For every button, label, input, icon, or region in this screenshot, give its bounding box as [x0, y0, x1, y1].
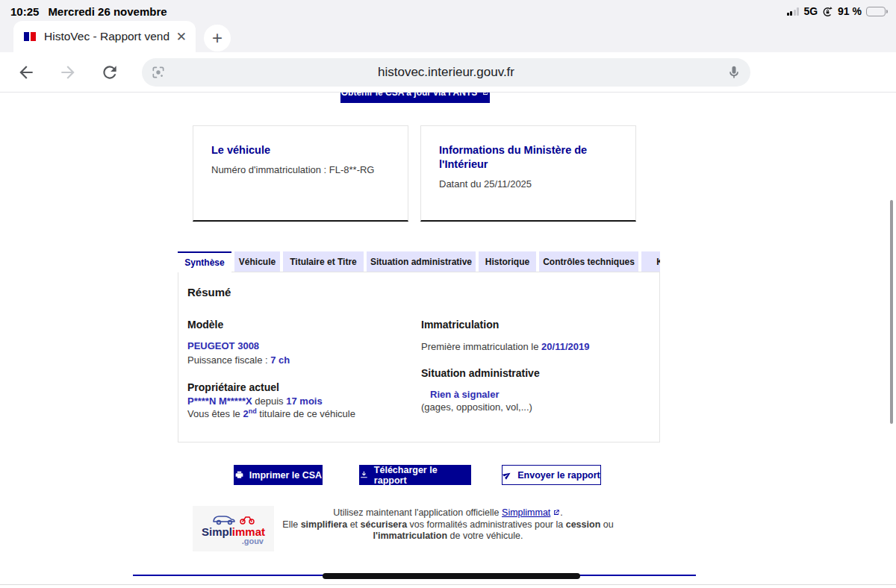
owner-duration: 17 mois	[286, 395, 322, 407]
battery-percent: 91 %	[838, 5, 862, 17]
first-registration-date: 20/11/2019	[541, 341, 589, 352]
forward-icon[interactable]	[58, 63, 78, 82]
promo-line-3: l'immatriculation de votre véhicule.	[269, 531, 627, 542]
tab-controles-techniques[interactable]: Contrôles techniques	[539, 251, 638, 272]
network-type: 5G	[803, 5, 818, 17]
tab-strip: HistoVec - Rapport vend ✕ +	[0, 21, 896, 52]
motorbike-icon	[239, 514, 255, 525]
promo-line-2: Elle simplifiera et sécurisera vos forma…	[269, 519, 627, 531]
first-registration-line: Première immatriculation le 20/11/2019	[421, 341, 589, 352]
tab-title: HistoVec - Rapport vend	[44, 30, 172, 43]
date: Mercredi 26 novembre	[48, 5, 167, 18]
ministry-card: Informations du Ministère de l'Intérieur…	[420, 125, 636, 222]
external-link-icon	[482, 93, 489, 96]
page-bottom-hairline	[0, 584, 896, 585]
ministry-card-title: Informations du Ministère de l'Intérieur	[439, 143, 617, 172]
new-tab-button[interactable]: +	[204, 25, 231, 51]
tab-kilometrage[interactable]: Kilométrage	[641, 251, 660, 272]
send-report-button[interactable]: Envoyer le rapport	[502, 465, 601, 485]
get-csa-button[interactable]: Obtenir le CSA à jour via l'ANTS	[340, 93, 490, 103]
page-scrollbar[interactable]	[890, 200, 893, 424]
home-indicator[interactable]	[323, 573, 580, 579]
promo-line-1: Utilisez maintenant l'application offici…	[269, 507, 627, 519]
signal-strength-icon	[787, 7, 800, 16]
web-page-content: Obtenir le CSA à jour via l'ANTS Le véhi…	[0, 93, 896, 588]
situation-note: (gages, opposition, vol,...)	[421, 401, 532, 413]
browser-toolbar: histovec.interieur.gouv.fr 1 •••	[0, 52, 896, 93]
simplimmat-link[interactable]: Simplimmat	[502, 507, 550, 518]
simplimmat-promo-text: Utilisez maintenant l'application offici…	[269, 507, 627, 542]
download-report-button[interactable]: Télécharger le rapport	[359, 465, 471, 485]
tab-vehicule[interactable]: Véhicule	[234, 251, 280, 272]
url-text[interactable]: histovec.interieur.gouv.fr	[166, 65, 727, 80]
vehicle-card-title: Le véhicule	[211, 143, 390, 157]
tab-close-icon[interactable]: ✕	[176, 31, 187, 43]
simplimmat-logo: Simplimmat .gouv	[193, 506, 274, 551]
tab-synthese[interactable]: Synthèse	[178, 251, 231, 272]
vehicle-card-body: Numéro d'immatriculation : FL-8**-RG	[211, 164, 390, 175]
synthese-panel: Résumé Modèle PEUGEOT 3008 Puissance fis…	[178, 272, 660, 442]
owner-name: P****N M*****X	[187, 395, 252, 407]
battery-icon	[866, 7, 886, 16]
clock: 10:25	[10, 5, 39, 18]
browser-chrome-background: 10:25 Mercredi 26 novembre 5G 91 % Histo…	[0, 0, 896, 52]
fiscal-power-line: Puissance fiscale : 7 ch	[187, 354, 290, 366]
rotation-lock-icon	[822, 6, 833, 17]
external-link-icon	[553, 509, 560, 516]
model-heading: Modèle	[187, 319, 223, 331]
situation-heading: Situation administrative	[421, 367, 540, 379]
fiscal-power-value: 7 ch	[270, 354, 290, 366]
browser-tab[interactable]: HistoVec - Rapport vend ✕	[13, 21, 196, 52]
report-tabs: Synthèse Véhicule Titulaire et Titre Sit…	[178, 251, 660, 272]
printer-icon	[234, 470, 244, 480]
site-favicon-icon	[24, 32, 37, 41]
registration-heading: Immatriculation	[421, 319, 499, 331]
back-icon[interactable]	[16, 63, 36, 82]
vehicle-card: Le véhicule Numéro d'immatriculation : F…	[193, 125, 408, 222]
ministry-card-body: Datant du 25/11/2025	[439, 178, 617, 190]
download-icon	[359, 470, 369, 480]
print-csa-button[interactable]: Imprimer le CSA	[234, 465, 323, 485]
status-bar: 10:25 Mercredi 26 novembre 5G 91 %	[0, 0, 896, 21]
microphone-icon[interactable]	[727, 65, 741, 80]
lens-camera-icon[interactable]	[151, 65, 166, 80]
situation-status: Rien à signaler	[430, 389, 499, 400]
send-plane-icon	[501, 468, 514, 481]
car-icon	[211, 513, 237, 525]
owner-line: P****N M*****X depuis 17 mois	[187, 395, 323, 407]
holder-rank-line: Vous êtes le 2nd titulaire de ce véhicul…	[187, 407, 355, 419]
reload-icon[interactable]	[100, 63, 119, 82]
owner-heading: Propriétaire actuel	[187, 381, 279, 393]
model-name: PEUGEOT 3008	[187, 340, 259, 351]
url-bar[interactable]: histovec.interieur.gouv.fr	[142, 58, 750, 87]
tab-titulaire-et-titre[interactable]: Titulaire et Titre	[283, 251, 364, 272]
resume-heading: Résumé	[187, 286, 231, 298]
tab-situation-administrative[interactable]: Situation administrative	[367, 251, 476, 272]
tab-historique[interactable]: Historique	[479, 251, 536, 272]
